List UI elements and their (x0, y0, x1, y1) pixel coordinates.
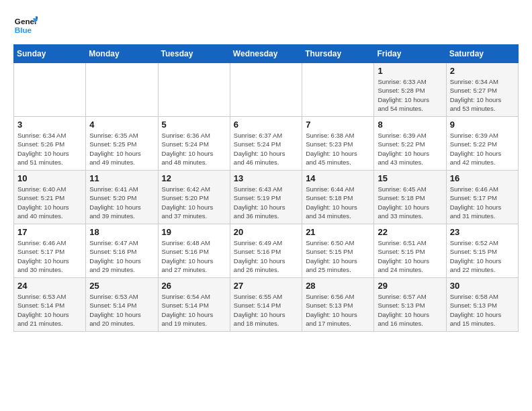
day-info: Sunrise: 6:45 AM Sunset: 5:18 PM Dayligh… (378, 185, 442, 220)
day-number: 11 (89, 173, 154, 183)
day-info: Sunrise: 6:43 AM Sunset: 5:19 PM Dayligh… (234, 185, 298, 220)
calendar-cell (158, 63, 230, 117)
calendar-cell: 27Sunrise: 6:55 AM Sunset: 5:14 PM Dayli… (230, 278, 302, 332)
day-info: Sunrise: 6:38 AM Sunset: 5:23 PM Dayligh… (306, 131, 370, 167)
day-info: Sunrise: 6:42 AM Sunset: 5:20 PM Dayligh… (162, 185, 226, 220)
day-of-week-header: Thursday (302, 45, 374, 63)
day-info: Sunrise: 6:47 AM Sunset: 5:16 PM Dayligh… (89, 238, 154, 274)
day-number: 1 (378, 66, 442, 76)
day-number: 25 (89, 281, 154, 291)
day-info: Sunrise: 6:46 AM Sunset: 5:17 PM Dayligh… (17, 238, 82, 274)
calendar-cell: 1Sunrise: 6:33 AM Sunset: 5:28 PM Daylig… (374, 63, 446, 117)
calendar-week-row: 17Sunrise: 6:46 AM Sunset: 5:17 PM Dayli… (14, 224, 519, 278)
calendar-cell: 11Sunrise: 6:41 AM Sunset: 5:20 PM Dayli… (86, 171, 158, 224)
calendar-cell: 28Sunrise: 6:56 AM Sunset: 5:13 PM Dayli… (302, 278, 374, 332)
day-info: Sunrise: 6:40 AM Sunset: 5:21 PM Dayligh… (17, 185, 82, 220)
day-info: Sunrise: 6:57 AM Sunset: 5:13 PM Dayligh… (378, 292, 442, 328)
day-number: 29 (378, 281, 442, 291)
day-of-week-header: Wednesday (230, 45, 302, 63)
calendar-cell: 24Sunrise: 6:53 AM Sunset: 5:14 PM Dayli… (14, 278, 86, 332)
day-number: 15 (378, 173, 442, 183)
calendar-cell: 15Sunrise: 6:45 AM Sunset: 5:18 PM Dayli… (374, 171, 446, 224)
day-info: Sunrise: 6:48 AM Sunset: 5:16 PM Dayligh… (162, 238, 226, 274)
day-number: 27 (234, 281, 298, 291)
logo-icon: General Blue (13, 13, 38, 38)
day-number: 4 (89, 120, 154, 130)
calendar-cell: 4Sunrise: 6:35 AM Sunset: 5:25 PM Daylig… (86, 117, 158, 171)
day-number: 17 (17, 227, 82, 237)
calendar-cell: 14Sunrise: 6:44 AM Sunset: 5:18 PM Dayli… (302, 171, 374, 224)
day-info: Sunrise: 6:44 AM Sunset: 5:18 PM Dayligh… (306, 185, 370, 220)
calendar-cell (86, 63, 158, 117)
day-info: Sunrise: 6:33 AM Sunset: 5:28 PM Dayligh… (378, 77, 442, 113)
calendar-week-row: 3Sunrise: 6:34 AM Sunset: 5:26 PM Daylig… (14, 117, 519, 171)
day-number: 22 (378, 227, 442, 237)
day-number: 30 (450, 281, 515, 291)
day-info: Sunrise: 6:50 AM Sunset: 5:15 PM Dayligh… (306, 238, 370, 274)
day-info: Sunrise: 6:37 AM Sunset: 5:24 PM Dayligh… (234, 131, 298, 167)
calendar-cell: 20Sunrise: 6:49 AM Sunset: 5:16 PM Dayli… (230, 224, 302, 278)
day-number: 3 (17, 120, 82, 130)
calendar-cell: 7Sunrise: 6:38 AM Sunset: 5:23 PM Daylig… (302, 117, 374, 171)
day-of-week-header: Friday (374, 45, 446, 63)
day-number: 12 (162, 173, 226, 183)
day-info: Sunrise: 6:55 AM Sunset: 5:14 PM Dayligh… (234, 292, 298, 328)
calendar-cell: 19Sunrise: 6:48 AM Sunset: 5:16 PM Dayli… (158, 224, 230, 278)
calendar-cell: 8Sunrise: 6:39 AM Sunset: 5:22 PM Daylig… (374, 117, 446, 171)
day-number: 21 (306, 227, 370, 237)
day-info: Sunrise: 6:58 AM Sunset: 5:13 PM Dayligh… (450, 292, 515, 328)
day-number: 24 (17, 281, 82, 291)
day-of-week-header: Tuesday (158, 45, 230, 63)
day-info: Sunrise: 6:52 AM Sunset: 5:15 PM Dayligh… (450, 238, 515, 274)
day-number: 9 (450, 120, 515, 130)
calendar-cell: 12Sunrise: 6:42 AM Sunset: 5:20 PM Dayli… (158, 171, 230, 224)
calendar-cell: 25Sunrise: 6:53 AM Sunset: 5:14 PM Dayli… (86, 278, 158, 332)
calendar-cell: 21Sunrise: 6:50 AM Sunset: 5:15 PM Dayli… (302, 224, 374, 278)
calendar-header-row: SundayMondayTuesdayWednesdayThursdayFrid… (14, 45, 519, 63)
calendar-cell: 26Sunrise: 6:54 AM Sunset: 5:14 PM Dayli… (158, 278, 230, 332)
day-of-week-header: Saturday (446, 45, 518, 63)
day-number: 16 (450, 173, 515, 183)
day-info: Sunrise: 6:49 AM Sunset: 5:16 PM Dayligh… (234, 238, 298, 274)
calendar-cell: 23Sunrise: 6:52 AM Sunset: 5:15 PM Dayli… (446, 224, 518, 278)
day-info: Sunrise: 6:56 AM Sunset: 5:13 PM Dayligh… (306, 292, 370, 328)
calendar-cell (14, 63, 86, 117)
day-info: Sunrise: 6:53 AM Sunset: 5:14 PM Dayligh… (89, 292, 154, 328)
day-number: 13 (234, 173, 298, 183)
calendar-cell: 9Sunrise: 6:39 AM Sunset: 5:22 PM Daylig… (446, 117, 518, 171)
svg-text:General: General (15, 17, 38, 26)
calendar-cell (230, 63, 302, 117)
day-info: Sunrise: 6:41 AM Sunset: 5:20 PM Dayligh… (89, 185, 154, 220)
day-info: Sunrise: 6:39 AM Sunset: 5:22 PM Dayligh… (450, 131, 515, 167)
day-info: Sunrise: 6:35 AM Sunset: 5:25 PM Dayligh… (89, 131, 154, 167)
day-info: Sunrise: 6:34 AM Sunset: 5:27 PM Dayligh… (450, 77, 515, 113)
day-number: 20 (234, 227, 298, 237)
calendar-cell: 5Sunrise: 6:36 AM Sunset: 5:24 PM Daylig… (158, 117, 230, 171)
day-info: Sunrise: 6:53 AM Sunset: 5:14 PM Dayligh… (17, 292, 82, 328)
calendar-table: SundayMondayTuesdayWednesdayThursdayFrid… (13, 44, 519, 332)
day-info: Sunrise: 6:51 AM Sunset: 5:15 PM Dayligh… (378, 238, 442, 274)
day-of-week-header: Monday (86, 45, 158, 63)
day-number: 19 (162, 227, 226, 237)
calendar-cell: 10Sunrise: 6:40 AM Sunset: 5:21 PM Dayli… (14, 171, 86, 224)
day-number: 14 (306, 173, 370, 183)
day-info: Sunrise: 6:54 AM Sunset: 5:14 PM Dayligh… (162, 292, 226, 328)
calendar-cell: 16Sunrise: 6:46 AM Sunset: 5:17 PM Dayli… (446, 171, 518, 224)
day-number: 26 (162, 281, 226, 291)
day-number: 8 (378, 120, 442, 130)
calendar-week-row: 1Sunrise: 6:33 AM Sunset: 5:28 PM Daylig… (14, 63, 519, 117)
day-info: Sunrise: 6:46 AM Sunset: 5:17 PM Dayligh… (450, 185, 515, 220)
day-info: Sunrise: 6:34 AM Sunset: 5:26 PM Dayligh… (17, 131, 82, 167)
day-info: Sunrise: 6:39 AM Sunset: 5:22 PM Dayligh… (378, 131, 442, 167)
day-number: 6 (234, 120, 298, 130)
calendar-cell: 3Sunrise: 6:34 AM Sunset: 5:26 PM Daylig… (14, 117, 86, 171)
calendar-cell: 17Sunrise: 6:46 AM Sunset: 5:17 PM Dayli… (14, 224, 86, 278)
day-number: 7 (306, 120, 370, 130)
calendar-cell: 22Sunrise: 6:51 AM Sunset: 5:15 PM Dayli… (374, 224, 446, 278)
calendar-week-row: 24Sunrise: 6:53 AM Sunset: 5:14 PM Dayli… (14, 278, 519, 332)
calendar-cell: 29Sunrise: 6:57 AM Sunset: 5:13 PM Dayli… (374, 278, 446, 332)
calendar-cell: 6Sunrise: 6:37 AM Sunset: 5:24 PM Daylig… (230, 117, 302, 171)
day-info: Sunrise: 6:36 AM Sunset: 5:24 PM Dayligh… (162, 131, 226, 167)
day-number: 23 (450, 227, 515, 237)
calendar-cell (302, 63, 374, 117)
